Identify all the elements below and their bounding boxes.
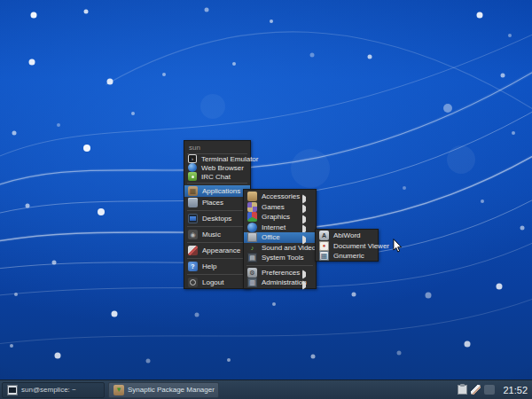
document-viewer-icon [319,241,329,251]
abiword-icon [319,231,329,240]
preferences-icon [247,268,257,278]
taskbar: sun@semplice: ~ Synaptic Package Manager… [0,379,532,399]
menu-item-irc-chat[interactable]: IRC Chat [184,172,250,181]
clipboard-tray-icon[interactable] [458,385,467,395]
menu-item-applications[interactable]: Applications [184,185,250,197]
menu-item-internet[interactable]: Internet [244,223,316,233]
help-icon [188,262,198,271]
terminal-emulator-icon [188,154,197,163]
office-icon [247,232,257,242]
menu-item-system-tools[interactable]: System Tools [244,253,316,263]
administration-icon [247,278,257,287]
clock: 21:52 [503,385,528,395]
gnumeric-icon [319,251,329,261]
menu-item-web-browser[interactable]: Web Browser [184,163,250,172]
menu-item-graphics[interactable]: Graphics [244,212,316,223]
taskbar-window-synaptic[interactable]: Synaptic Package Manager [108,382,219,398]
menu-item-appearance[interactable]: Appearance [184,245,250,256]
irc-chat-icon [188,172,197,181]
menu-item-terminal-emulator[interactable]: Terminal Emulator [184,154,250,163]
menu-item-administration[interactable]: Administration [244,278,316,288]
terminal-task-icon [7,385,18,395]
inactive-tray-icon[interactable] [484,385,495,395]
menu-item-gnumeric[interactable]: Gnumeric [316,251,378,262]
menu-item-preferences[interactable]: Preferences [244,268,316,278]
menu-item-logout[interactable]: Logout [184,277,250,288]
places-icon [188,198,198,207]
web-browser-icon [188,163,197,172]
applications-icon [188,186,198,196]
menu-item-desktops[interactable]: Desktops [184,213,250,224]
desktop: sun Terminal Emulator Web Browser IRC Ch… [0,0,532,399]
menu-item-help[interactable]: Help [184,261,250,272]
paintbrush-tray-icon[interactable] [471,385,481,395]
menu-title: sun [184,141,250,153]
office-submenu: AbiWord Document Viewer Gnumeric [315,229,379,262]
menu-item-music[interactable]: Music [184,229,250,240]
menu-item-office[interactable]: Office [244,232,316,243]
internet-icon [247,223,257,232]
system-tray [458,385,495,395]
mouse-cursor-icon [393,240,403,250]
menu-item-places[interactable]: Places [184,197,250,208]
menu-item-abiword[interactable]: AbiWord [316,231,378,241]
synaptic-task-icon [113,385,124,395]
submenu-arrow-icon [302,280,312,290]
root-menu: sun Terminal Emulator Web Browser IRC Ch… [184,140,251,289]
menu-item-sound-and-video[interactable]: Sound and Video [244,243,316,254]
taskbar-window-terminal[interactable]: sun@semplice: ~ [2,382,105,398]
menu-item-accessories[interactable]: Accessories [244,192,316,202]
graphics-icon [247,212,257,222]
music-icon [188,230,198,239]
applications-submenu: Accessories Games Graphics Internet Offi… [243,189,317,289]
system-tools-icon [247,253,257,262]
accessories-icon [247,192,257,201]
logout-icon [188,278,198,287]
menu-item-games[interactable]: Games [244,202,316,213]
menu-item-document-viewer[interactable]: Document Viewer [316,241,378,252]
desktops-icon [188,214,198,223]
games-icon [247,202,257,212]
sound-and-video-icon [247,243,257,253]
appearance-icon [188,246,198,255]
